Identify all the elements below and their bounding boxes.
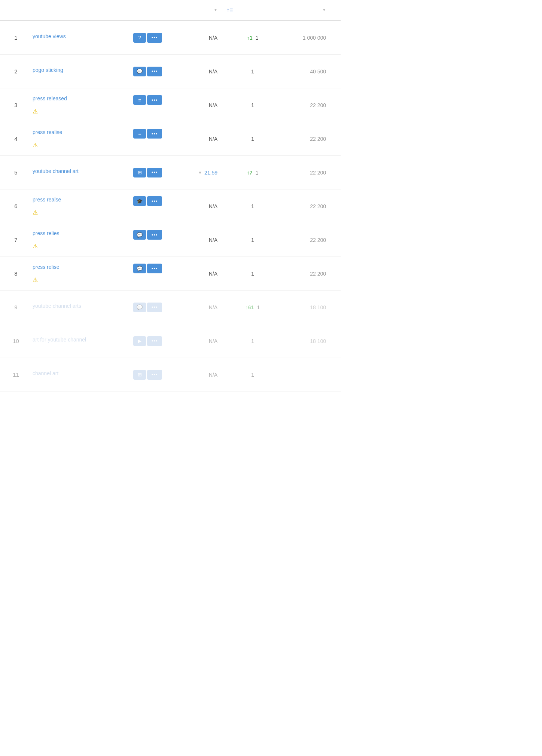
cell-vol: 18 100 [283, 304, 331, 310]
pos-badge: ↑61 [246, 304, 254, 310]
kd-sort-icon[interactable] [214, 8, 217, 12]
cell-num: 9 [0, 304, 28, 310]
cell-keyword: youtube channel art ⊞ ••• [28, 165, 167, 180]
table-row: 10 art for youtube channel ▶ ••• N/A 1 1… [0, 324, 341, 358]
cell-vol: 22 200 [283, 203, 331, 209]
table-row: 6 press realse 🎓 ••• ⚠ N/A 1 22 200 [0, 189, 341, 223]
keyword-more-btn[interactable]: ••• [147, 33, 162, 43]
pos-num: 1 [251, 338, 254, 344]
cell-num: 10 [0, 338, 28, 344]
pos-num: 1 [256, 170, 259, 176]
cell-kd: N/A [167, 304, 223, 310]
table-row: 8 press relise 💬 ••• ⚠ N/A 1 22 200 [0, 257, 341, 291]
pos-num: 1 [251, 237, 254, 243]
keyword-action-btn[interactable]: ▶ [133, 336, 146, 346]
table-row: 11 channel art ⊞ ••• N/A 1 [0, 358, 341, 392]
col-num [0, 7, 28, 13]
cell-vol: 22 200 [283, 170, 331, 176]
table-row: 5 youtube channel art ⊞ ••• ▼ 21.59 ↑7 1 [0, 156, 341, 189]
keyword-more-btn[interactable]: ••• [147, 129, 162, 139]
keyword-action-btn[interactable]: 💬 [133, 264, 146, 273]
cell-num: 1 [0, 34, 28, 41]
table-row: 9 youtube channel arts 💬 ••• N/A ↑61 1 1… [0, 291, 341, 324]
cell-keyword: press relies 💬 ••• ⚠ [28, 227, 167, 253]
keyword-more-btn[interactable]: ••• [147, 264, 162, 273]
cell-vol: 40 500 [283, 69, 331, 75]
cell-position: ↑7 1 [223, 170, 283, 176]
btn-group: ≡ ••• [133, 129, 162, 139]
cell-num: 6 [0, 203, 28, 209]
btn-group: ▶ ••• [133, 336, 162, 346]
keyword-more-btn[interactable]: ••• [147, 67, 162, 76]
keyword-action-btn[interactable]: ≡ [133, 129, 146, 139]
cell-vol: 22 200 [283, 271, 331, 277]
btn-group: ⊞ ••• [133, 168, 162, 177]
col-position: ↑≡ [223, 4, 283, 16]
keyword-more-btn[interactable]: ••• [147, 230, 162, 240]
cell-position: 1 [223, 372, 283, 378]
keyword-more-btn[interactable]: ••• [147, 168, 162, 177]
vol-sort-icon[interactable] [322, 8, 326, 12]
cell-vol: 22 200 [283, 237, 331, 243]
cell-kd: N/A [167, 102, 223, 108]
keyword-action-btn[interactable]: 💬 [133, 67, 146, 76]
cell-keyword: art for youtube channel ▶ ••• [28, 333, 167, 349]
cell-kd: N/A [167, 372, 223, 378]
keyword-text: channel art [33, 370, 130, 377]
cell-keyword: youtube channel arts 💬 ••• [28, 300, 167, 315]
cell-position: 1 [223, 237, 283, 243]
keyword-action-btn[interactable]: 💬 [133, 303, 146, 312]
cell-vol: 22 200 [283, 136, 331, 142]
cell-position: 1 [223, 136, 283, 142]
pos-badge: ↑7 [247, 170, 253, 176]
keyword-action-btn[interactable]: ⊞ [133, 370, 146, 380]
keyword-text: press realise [33, 129, 130, 136]
table-row: 2 pogo sticking 💬 ••• N/A 1 40 500 [0, 55, 341, 88]
keyword-more-btn[interactable]: ••• [147, 196, 162, 206]
pos-num: 1 [251, 372, 254, 378]
col-volume [283, 5, 331, 16]
cell-kd: N/A [167, 35, 223, 41]
warning-icon: ⚠ [33, 276, 162, 283]
pos-sort-icon[interactable]: ↑≡ [226, 7, 233, 13]
pos-badge: ↑1 [247, 35, 253, 41]
btn-group: 💬 ••• [133, 230, 162, 240]
pos-num: 1 [251, 136, 254, 142]
keyword-action-btn[interactable]: 💬 [133, 230, 146, 240]
keyword-more-btn[interactable]: ••• [147, 95, 162, 105]
keyword-text: youtube channel art [33, 168, 130, 174]
cell-num: 3 [0, 102, 28, 108]
cell-keyword: youtube views ? ••• [28, 30, 167, 46]
cell-num: 7 [0, 237, 28, 243]
keyword-more-btn[interactable]: ••• [147, 303, 162, 312]
table-body: 1 youtube views ? ••• N/A ↑1 1 1 000 000… [0, 21, 341, 392]
cell-num: 5 [0, 169, 28, 176]
btn-group: 💬 ••• [133, 303, 162, 312]
keyword-text: press released [33, 95, 130, 102]
keyword-more-btn[interactable]: ••• [147, 370, 162, 380]
table-row: 3 press released ≡ ••• ⚠ N/A 1 22 200 [0, 88, 341, 122]
cell-vol: 18 100 [283, 338, 331, 344]
keyword-text: youtube views [33, 33, 130, 40]
table-header: ↑≡ [0, 0, 341, 21]
keyword-action-btn[interactable]: ? [133, 33, 146, 43]
keyword-action-btn[interactable]: ≡ [133, 95, 146, 105]
keyword-action-btn[interactable]: ⊞ [133, 168, 146, 177]
cell-position: 1 [223, 102, 283, 108]
table-row: 7 press relies 💬 ••• ⚠ N/A 1 22 200 [0, 223, 341, 257]
table-row: 1 youtube views ? ••• N/A ↑1 1 1 000 000 [0, 21, 341, 55]
keyword-more-btn[interactable]: ••• [147, 336, 162, 346]
keyword-text: pogo sticking [33, 67, 130, 73]
pos-num: 1 [251, 69, 254, 75]
btn-group: 🎓 ••• [133, 196, 162, 206]
cell-keyword: press realise ≡ ••• ⚠ [28, 126, 167, 152]
keyword-table: ↑≡ 1 youtube views ? ••• N/A ↑1 [0, 0, 341, 392]
btn-group: ⊞ ••• [133, 370, 162, 380]
cell-position: 1 [223, 203, 283, 209]
pos-num: 1 [251, 203, 254, 209]
cell-kd: N/A [167, 237, 223, 243]
cell-keyword: channel art ⊞ ••• [28, 367, 167, 383]
pos-num: 1 [256, 35, 259, 41]
keyword-action-btn[interactable]: 🎓 [133, 196, 146, 206]
btn-group: 💬 ••• [133, 264, 162, 273]
